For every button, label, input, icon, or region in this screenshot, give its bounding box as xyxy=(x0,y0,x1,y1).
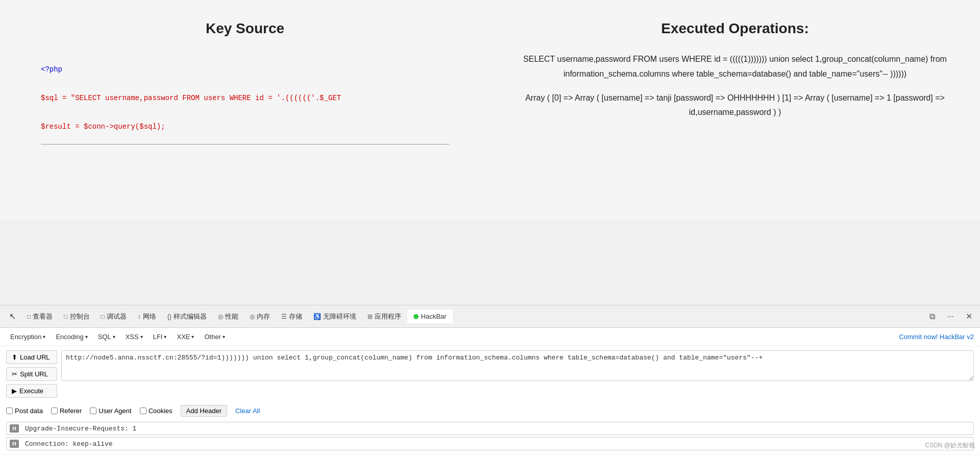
php-open-tag: <?php xyxy=(41,62,449,77)
hackbar-headers: H Upgrade-Insecure-Requests: 1 H Connect… xyxy=(0,420,980,454)
header-value-0: Upgrade-Insecure-Requests: 1 xyxy=(22,425,973,433)
commit-button[interactable]: Commit now! HackBar v2 xyxy=(899,333,974,341)
hackbar-url-area: ⬆ Load URL ✂ Split URL ▶ Execute xyxy=(0,346,980,402)
lfi-dropdown[interactable]: LFI ▾ xyxy=(149,331,171,343)
user-agent-checkbox[interactable] xyxy=(90,408,96,414)
devtools-inspect-icon[interactable]: ↖ xyxy=(4,308,21,324)
network-icon: ↕ xyxy=(138,313,141,320)
referer-checkbox[interactable] xyxy=(51,408,58,414)
tab-memory[interactable]: ◎ 内存 xyxy=(244,309,275,324)
style-icon: {} xyxy=(167,313,172,320)
encoding-dropdown[interactable]: Encoding ▾ xyxy=(52,331,91,343)
tab-storage[interactable]: ☰ 存储 xyxy=(276,309,307,324)
clear-all-button[interactable]: Clear All xyxy=(235,407,260,415)
executed-panel: Executed Operations: SELECT username,pas… xyxy=(490,0,980,220)
post-data-option[interactable]: Post data xyxy=(6,407,43,415)
storage-icon: ☰ xyxy=(281,313,287,320)
split-url-button[interactable]: ✂ Split URL xyxy=(6,367,57,381)
cookies-option[interactable]: Cookies xyxy=(140,407,173,415)
detach-button[interactable]: ⧉ xyxy=(925,309,939,324)
hackbar-action-buttons: ⬆ Load URL ✂ Split URL ▶ Execute xyxy=(6,350,57,398)
tab-performance[interactable]: ◎ 性能 xyxy=(213,309,243,324)
referer-option[interactable]: Referer xyxy=(51,407,82,415)
other-dropdown[interactable]: Other ▾ xyxy=(200,331,229,343)
load-url-button[interactable]: ⬆ Load URL xyxy=(6,350,57,364)
xxe-chevron-icon: ▾ xyxy=(191,334,194,340)
key-source-panel: Key Source <?php $sql = "SELECT username… xyxy=(0,0,490,220)
viewer-icon: □ xyxy=(27,313,31,320)
xss-chevron-icon: ▾ xyxy=(140,334,143,340)
cookies-checkbox[interactable] xyxy=(140,408,146,414)
sql-chevron-icon: ▾ xyxy=(113,334,115,340)
code-block: <?php $sql = "SELECT username,password F… xyxy=(31,57,459,139)
lfi-chevron-icon: ▾ xyxy=(164,334,166,340)
performance-icon: ◎ xyxy=(218,313,223,320)
load-icon: ⬆ xyxy=(12,353,17,361)
header-value-1: Connection: keep-alive xyxy=(22,440,973,448)
url-input[interactable] xyxy=(61,350,974,381)
encoding-chevron-icon: ▾ xyxy=(85,334,88,340)
post-data-checkbox[interactable] xyxy=(6,408,13,414)
encryption-dropdown[interactable]: Encryption ▾ xyxy=(6,331,50,343)
header-tag-0: H xyxy=(10,424,19,433)
header-tag-1: H xyxy=(10,440,19,448)
sql-dropdown[interactable]: SQL ▾ xyxy=(94,331,119,343)
application-icon: ⊞ xyxy=(368,313,373,320)
hackbar-dot-icon xyxy=(413,314,419,319)
split-icon: ✂ xyxy=(12,370,17,378)
sql-line: $sql = "SELECT username,password FROM us… xyxy=(41,91,449,105)
executed-title: Executed Operations: xyxy=(521,20,949,37)
add-header-button[interactable]: Add Header xyxy=(181,405,227,417)
accessibility-icon: ♿ xyxy=(313,313,321,320)
xss-dropdown[interactable]: XSS ▾ xyxy=(121,331,147,343)
tab-network[interactable]: ↕ 网络 xyxy=(133,309,161,324)
tab-debugger[interactable]: □ 调试器 xyxy=(96,309,132,324)
user-agent-option[interactable]: User Agent xyxy=(90,407,131,415)
hackbar-panel: Encryption ▾ Encoding ▾ SQL ▾ XSS ▾ LFI … xyxy=(0,327,980,454)
header-row-0: H Upgrade-Insecure-Requests: 1 xyxy=(6,422,974,435)
header-row-1: H Connection: keep-alive xyxy=(6,437,974,450)
tab-hackbar[interactable]: HackBar xyxy=(407,309,453,323)
key-source-title: Key Source xyxy=(31,20,459,37)
more-options-button[interactable]: ··· xyxy=(943,309,958,324)
hackbar-toolbar: Encryption ▾ Encoding ▾ SQL ▾ XSS ▾ LFI … xyxy=(0,328,980,346)
execute-icon: ▶ xyxy=(12,387,17,395)
close-devtools-button[interactable]: ✕ xyxy=(962,309,976,324)
devtools-right-controls: ⧉ ··· ✕ xyxy=(925,309,976,324)
console-icon: □ xyxy=(64,313,67,320)
tab-console[interactable]: □ 控制台 xyxy=(59,309,94,324)
debugger-icon: □ xyxy=(101,313,105,320)
execute-button[interactable]: ▶ Execute xyxy=(6,384,57,398)
executed-operation1: SELECT username,password FROM users WHER… xyxy=(521,52,949,82)
tab-style-editor[interactable]: {} 样式编辑器 xyxy=(162,309,212,324)
devtools-tabbar: ↖ □ 查看器 □ 控制台 □ 调试器 ↕ 网络 {} 样式编辑器 ◎ 性能 ◎… xyxy=(0,305,980,327)
hackbar-options: Post data Referer User Agent Cookies Add… xyxy=(0,402,980,420)
tab-application[interactable]: ⊞ 应用程序 xyxy=(362,309,406,324)
executed-operation2: Array ( [0] => Array ( [username] => tan… xyxy=(521,91,949,121)
other-chevron-icon: ▾ xyxy=(223,334,225,340)
result-line: $result = $conn->query($sql); xyxy=(41,119,449,134)
xxe-dropdown[interactable]: XXE ▾ xyxy=(173,331,198,343)
watermark: CSDN @妙尤蛟视 xyxy=(925,441,975,450)
tab-viewer[interactable]: □ 查看器 xyxy=(22,309,58,324)
tab-accessibility[interactable]: ♿ 无障碍环境 xyxy=(308,309,361,324)
memory-icon: ◎ xyxy=(250,313,255,320)
encryption-chevron-icon: ▾ xyxy=(43,334,45,340)
